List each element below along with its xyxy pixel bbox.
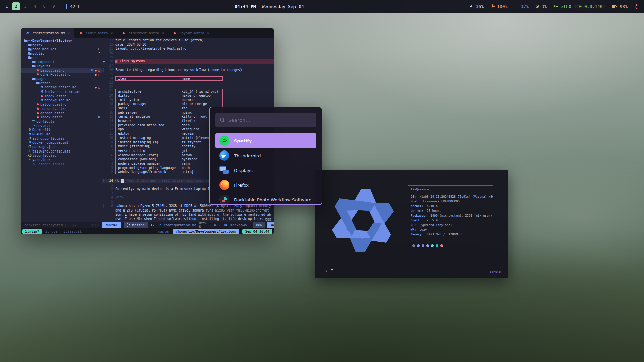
palette-dot xyxy=(436,244,438,247)
search-box[interactable] xyxy=(215,113,316,127)
table-cell: version control xyxy=(115,149,179,153)
editor-tab[interactable]: otherPost.astro × xyxy=(117,28,168,38)
workspace-button[interactable]: 2 xyxy=(12,2,20,10)
shell-prompt[interactable]: ~ > xyxy=(320,269,333,273)
tree-item[interactable]: src xyxy=(21,56,102,60)
temperature-module: 42°C xyxy=(65,4,80,9)
tmux-window[interactable]: 2:node xyxy=(43,229,60,234)
git-branch-icon xyxy=(127,223,130,227)
tree-item[interactable]: garden.astro xyxy=(21,111,102,115)
buffer-line: 25 xyxy=(102,72,274,77)
statusline: neo-tree filesystem [1] [-] 8:13 NORMAL … xyxy=(21,222,274,228)
table-cell: nodejs package manager xyxy=(115,162,179,166)
tree-item[interactable]: config.ts xyxy=(21,119,102,124)
tree-item[interactable]: yarn.lock xyxy=(21,158,102,162)
bar-module[interactable]: eth0 (10.0.0.140) xyxy=(553,4,605,9)
workspace-button[interactable]: 1 xyxy=(3,2,11,10)
launcher-item[interactable]: Displays xyxy=(215,163,316,178)
tab-close-icon[interactable]: × xyxy=(162,31,164,35)
workspace-button[interactable]: 8 xyxy=(40,2,48,10)
tree-item[interactable]: tailwind.config.mjs xyxy=(21,149,102,154)
table-cell: instant messaging xyxy=(115,136,179,140)
table-cell: instant messaging (m) xyxy=(115,140,179,145)
line-number: 14 xyxy=(105,119,113,123)
folder-icon xyxy=(27,43,32,47)
palette-dot xyxy=(412,244,415,247)
bar-module[interactable]: 37% xyxy=(514,4,528,9)
tree-item[interactable]: (6 hidden items) xyxy=(21,162,102,166)
tmux-window[interactable]: 1:nvim* xyxy=(22,229,42,234)
tree-item[interactable]: Layout.astro H●□ xyxy=(21,68,102,73)
tree-item[interactable]: fediverse-terms.md xyxy=(21,89,102,94)
bar-module[interactable]: 98% xyxy=(612,4,628,9)
tree-item[interactable]: components xyxy=(21,60,102,64)
tree-item[interactable]: ~/Development/liv.town xyxy=(21,39,102,43)
launcher-item[interactable]: Darktable Photo Workflow Software xyxy=(215,192,316,205)
tree-item[interactable]: configuration.md ●□ xyxy=(21,85,102,90)
table-cell: package manager xyxy=(115,102,179,106)
palette-dot xyxy=(417,244,420,247)
tmux-window[interactable]: 3:lazygit xyxy=(61,229,84,234)
editor-tab[interactable]: index.astro × xyxy=(74,28,117,38)
tab-close-icon[interactable]: × xyxy=(207,31,209,35)
fetch-key: Shell: xyxy=(411,219,422,222)
launcher-item[interactable]: Firefox xyxy=(215,178,316,192)
gutter-sign xyxy=(102,195,105,200)
tree-item[interactable]: index.astro xyxy=(21,94,102,98)
bar-module[interactable]: 36% xyxy=(469,4,484,9)
tree-item[interactable]: index.astro H xyxy=(21,115,102,119)
bar-module[interactable]: 100% xyxy=(490,4,507,9)
astro-icon xyxy=(121,31,126,35)
tree-item[interactable]: tsconfig.json xyxy=(21,154,102,158)
gutter-sign xyxy=(102,51,105,55)
tree-item[interactable]: pages xyxy=(21,77,102,81)
tree-item-label: layouts xyxy=(36,64,50,68)
workspace-button[interactable]: 4 xyxy=(31,2,39,10)
gutter-sign xyxy=(102,200,105,204)
clock-time: 04:44 PM xyxy=(235,4,256,9)
workspace-button[interactable]: 9 xyxy=(50,2,58,10)
tab-close-icon[interactable]: × xyxy=(68,31,70,35)
tree-item[interactable]: node_modules E xyxy=(21,47,102,51)
editor-tab[interactable]: Layout.astro × xyxy=(168,28,213,38)
tree-item[interactable]: balcony.astro xyxy=(21,102,102,107)
table-cell: browser xyxy=(115,119,179,123)
launcher-item[interactable]: Thunderbird xyxy=(215,148,316,163)
js-icon xyxy=(27,136,32,141)
tree-item-label: index.astro xyxy=(44,94,66,98)
tab-close-icon[interactable]: × xyxy=(111,31,113,35)
tree-item[interactable]: layouts xyxy=(21,64,102,68)
search-input[interactable] xyxy=(228,118,312,123)
tree-item[interactable]: other xyxy=(21,81,102,85)
table-cell: init system xyxy=(115,98,179,102)
tree-item[interactable]: public ? xyxy=(21,51,102,56)
line-number: 1 xyxy=(105,183,113,187)
line-number: 16 xyxy=(105,111,113,115)
fetch-info-box: liv@sakura OS: NixOS 24.11.20240828.71e9… xyxy=(408,185,493,239)
terminal-color-palette xyxy=(408,244,501,247)
launcher-item[interactable]: Spotify xyxy=(215,133,316,148)
md-icon xyxy=(27,132,32,136)
editor-tab[interactable]: configuration.md × xyxy=(21,28,74,38)
tree-item[interactable]: package.json xyxy=(21,145,102,149)
neo-tree-panel: ~/Development/liv.town nginx node_mo xyxy=(21,38,102,222)
tree-item[interactable]: contact.astro xyxy=(21,107,102,111)
bar-module[interactable] xyxy=(634,4,639,9)
tree-item[interactable]: tone-guide.md xyxy=(21,98,102,103)
fetch-terminal[interactable]: liv@sakura OS: NixOS 24.11.20240828.71e9… xyxy=(315,170,508,278)
gutter-sign xyxy=(102,213,105,217)
markdown-icon xyxy=(223,223,228,227)
tree-item[interactable]: Dockerfile xyxy=(21,128,102,132)
tree-item[interactable]: docker-compose.yml xyxy=(21,141,102,145)
cursor: > xyxy=(121,179,124,183)
tree-item[interactable]: README.md xyxy=(21,132,102,136)
tree-item[interactable]: otherPost.astro ●□ xyxy=(21,73,102,77)
app-label: Darktable Photo Workflow Software xyxy=(234,197,311,202)
bar-module[interactable]: 3% xyxy=(535,4,547,9)
tree-item[interactable]: nginx xyxy=(21,43,102,47)
tree-item[interactable]: env.d.ts xyxy=(21,124,102,128)
status-mark: ● xyxy=(95,69,96,72)
astro-icon xyxy=(35,115,40,119)
tree-item[interactable]: astro.config.mjs xyxy=(21,136,102,141)
workspace-button[interactable]: 3 xyxy=(21,2,30,10)
